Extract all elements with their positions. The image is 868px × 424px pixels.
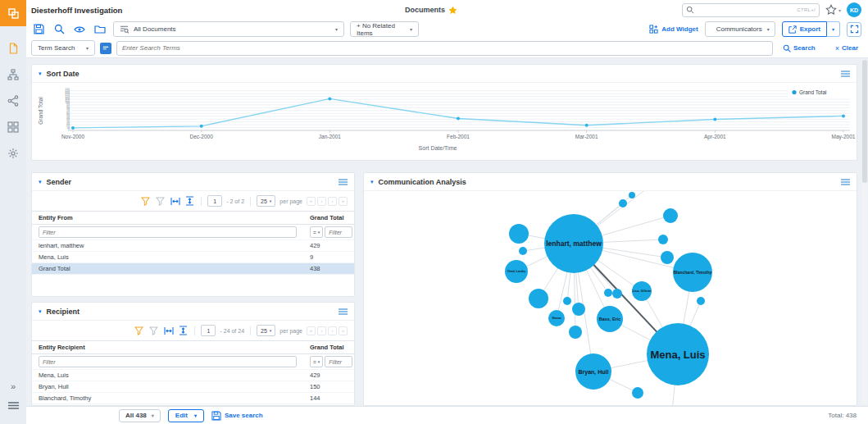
filter-input[interactable] — [39, 226, 297, 238]
sidebar-menu-icon[interactable] — [8, 398, 19, 413]
search-button[interactable]: Search — [783, 44, 816, 52]
prev-page-icon[interactable]: ‹ — [317, 197, 326, 206]
column-header[interactable]: Entity Recipient — [32, 341, 303, 354]
add-widget-button[interactable]: Add Widget — [649, 25, 698, 34]
first-page-icon[interactable]: « — [307, 197, 316, 206]
comm-node-p1[interactable] — [604, 289, 612, 297]
clear-filter-icon[interactable] — [148, 326, 159, 336]
per-page-label: per page — [279, 328, 302, 334]
sort-date-chart[interactable]: 5101520253035404550556065707580859095100… — [32, 83, 857, 160]
folder-icon[interactable] — [93, 22, 107, 37]
dashboards-icon[interactable] — [0, 116, 26, 138]
gear-icon[interactable] — [0, 143, 26, 164]
operator-select[interactable]: =▾ — [310, 226, 323, 238]
clear-button[interactable]: × Clear — [835, 44, 858, 52]
next-page-icon[interactable]: › — [328, 326, 337, 335]
sitemap-icon[interactable] — [0, 64, 26, 85]
comm-node-lone[interactable] — [697, 297, 705, 305]
save-icon[interactable] — [31, 22, 46, 37]
user-avatar[interactable]: KD — [847, 2, 861, 17]
clear-filter-icon[interactable] — [155, 196, 166, 207]
comm-node-p2[interactable] — [612, 289, 622, 299]
filter-input[interactable] — [39, 356, 297, 367]
related-items-dropdown[interactable]: + No Related Items ▾ — [350, 21, 419, 37]
comm-node-n5[interactable] — [563, 297, 571, 305]
next-page-icon[interactable]: › — [328, 197, 337, 206]
comm-node-t2[interactable] — [629, 192, 635, 198]
search-browser-icon[interactable] — [52, 22, 66, 37]
communication-network-graph[interactable]: lenhart, matthewMena, LuisBlanchard, Tim… — [364, 191, 857, 405]
save-search-button[interactable]: Save search — [211, 411, 263, 421]
panel-menu-icon[interactable] — [339, 308, 348, 315]
operator-select[interactable]: =▾ — [310, 356, 323, 367]
row-height-icon[interactable] — [178, 326, 189, 336]
eye-icon[interactable] — [72, 22, 87, 37]
last-page-icon[interactable]: » — [339, 197, 348, 206]
last-page-icon[interactable]: » — [339, 326, 348, 335]
scrollbar-thumb[interactable] — [862, 60, 867, 183]
comm-node-rc3[interactable] — [661, 251, 674, 264]
persistent-highlight-icon[interactable] — [100, 43, 111, 54]
comm-node-n6[interactable] — [572, 303, 585, 316]
documents-tab[interactable]: Documents — [405, 0, 457, 20]
network-icon[interactable] — [0, 90, 26, 112]
scope-dropdown[interactable]: All 438 ▾ — [119, 409, 161, 422]
comm-node-t1[interactable] — [619, 199, 627, 207]
column-header[interactable]: Grand Total — [303, 341, 354, 354]
export-icon — [788, 25, 797, 34]
expand-view-icon[interactable] — [847, 22, 861, 37]
comm-node-n3[interactable] — [529, 289, 548, 308]
per-page-select[interactable]: 25▾ — [257, 325, 275, 336]
search-mode-dropdown[interactable]: Term Search ▾ — [31, 40, 95, 56]
quick-search-box[interactable]: CTRL+/ — [682, 3, 820, 17]
filter-input[interactable] — [325, 226, 352, 238]
prev-page-icon[interactable]: ‹ — [317, 326, 326, 335]
table-row[interactable]: lenhart, matthew429 — [32, 240, 354, 252]
filter-icon[interactable] — [134, 326, 144, 336]
filter-input[interactable] — [325, 356, 352, 367]
edit-dropdown[interactable]: Edit ▾ — [168, 409, 204, 422]
app-window: » Diesterhoff Investigation Documents CT… — [0, 0, 868, 424]
table-row[interactable]: Mena, Luis9 — [32, 252, 354, 263]
comm-node-n7[interactable] — [569, 326, 582, 339]
table-row[interactable]: Mena, Luis429 — [32, 370, 354, 381]
row-height-icon[interactable] — [184, 196, 195, 207]
collapse-caret-icon[interactable]: ▾ — [39, 71, 42, 77]
column-header[interactable]: Grand Total — [303, 212, 354, 225]
first-page-icon[interactable]: « — [307, 326, 316, 335]
sender-panel: ▾ Sender 1 - 2 of 2 25▾ per page «‹›» — [31, 172, 355, 297]
panel-menu-icon[interactable] — [841, 71, 850, 77]
comm-node-n1[interactable] — [509, 224, 529, 244]
search-terms-input[interactable] — [116, 41, 773, 56]
column-header[interactable]: Entity From — [32, 212, 303, 225]
favorites-menu[interactable]: ▾ — [825, 4, 841, 16]
per-page-select[interactable]: 25▾ — [257, 195, 275, 207]
export-menu-caret[interactable]: ▾ — [827, 21, 840, 37]
documents-icon[interactable] — [0, 38, 26, 59]
filter-icon[interactable] — [140, 196, 151, 207]
export-button[interactable]: Export — [782, 21, 827, 37]
grand-total-row[interactable]: Grand Total438 — [32, 263, 354, 275]
collapse-caret-icon[interactable]: ▾ — [370, 179, 374, 185]
quick-search-input[interactable] — [698, 7, 793, 14]
table-row[interactable]: Blanchard, Timothy144 — [32, 393, 354, 404]
collapse-caret-icon[interactable]: ▾ — [39, 308, 42, 315]
panel-menu-icon[interactable] — [841, 179, 850, 185]
scrollbar-track[interactable] — [862, 60, 867, 404]
page-input[interactable]: 1 — [201, 325, 216, 336]
table-row[interactable]: Bryan, Hull150 — [32, 381, 354, 393]
view-dropdown[interactable]: All Documents ▾ — [113, 21, 344, 37]
comm-node-rc2[interactable] — [658, 235, 668, 244]
column-width-icon[interactable] — [170, 196, 180, 207]
comm-node-n8[interactable] — [632, 387, 643, 399]
widget-type-dropdown[interactable]: Communicators ▾ — [705, 21, 775, 37]
collapse-caret-icon[interactable]: ▾ — [39, 179, 42, 185]
page-input[interactable]: 1 — [207, 195, 222, 207]
column-width-icon[interactable] — [163, 326, 174, 336]
comm-node-n2[interactable] — [519, 247, 527, 255]
workspace-switcher-logo[interactable] — [0, 0, 26, 26]
expand-sidebar-icon[interactable]: » — [11, 382, 16, 391]
browser-toolbar: All Documents ▾ + No Related Items ▾ Add… — [26, 20, 868, 39]
panel-menu-icon[interactable] — [339, 179, 348, 185]
comm-node-rc1[interactable] — [663, 208, 678, 223]
